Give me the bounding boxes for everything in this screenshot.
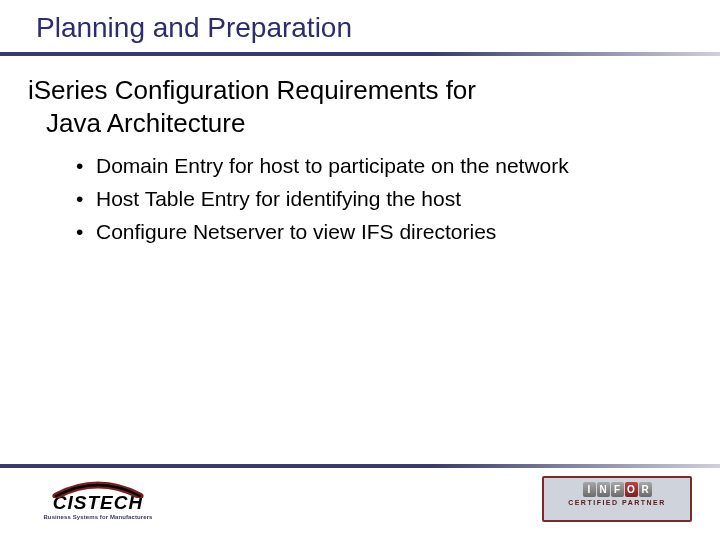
subtitle-line-1: iSeries Configuration Requirements for <box>28 75 476 105</box>
title-divider <box>0 52 720 56</box>
infor-letter: R <box>639 482 652 497</box>
bullet-item: Domain Entry for host to participate on … <box>76 153 684 180</box>
infor-lettermark: I N F O R <box>583 482 652 497</box>
bullet-item: Host Table Entry for identifying the hos… <box>76 186 684 213</box>
footer-divider <box>0 464 720 468</box>
infor-letter: F <box>611 482 624 497</box>
infor-letter: O <box>625 482 638 497</box>
infor-partner-text: CERTIFIED PARTNER <box>568 499 666 506</box>
subtitle-line-2: Java Architecture <box>28 108 245 138</box>
infor-letter: N <box>597 482 610 497</box>
cistech-arc-icon <box>48 480 148 498</box>
cistech-logo: CISTECH Business Systems for Manufacture… <box>28 480 168 528</box>
bullet-item: Configure Netserver to view IFS director… <box>76 219 684 246</box>
subtitle: iSeries Configuration Requirements for J… <box>28 74 684 139</box>
infor-letter: I <box>583 482 596 497</box>
bullet-list: Domain Entry for host to participate on … <box>28 153 684 246</box>
content-area: iSeries Configuration Requirements for J… <box>0 74 720 246</box>
cistech-tagline: Business Systems for Manufacturers <box>43 514 152 520</box>
infor-logo: I N F O R CERTIFIED PARTNER <box>542 476 692 526</box>
slide-title: Planning and Preparation <box>0 0 720 52</box>
